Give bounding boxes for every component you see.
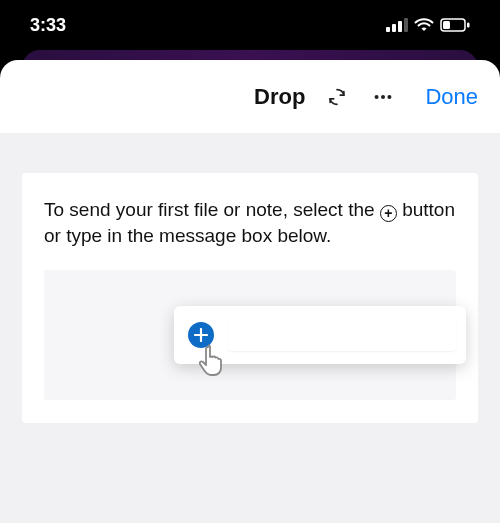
svg-rect-0 — [386, 27, 390, 32]
plus-circle-icon — [380, 205, 397, 222]
plus-icon — [194, 328, 208, 342]
status-icons — [386, 18, 470, 32]
svg-rect-2 — [398, 21, 402, 32]
cellular-icon — [386, 18, 408, 32]
status-bar: 3:33 — [0, 0, 500, 50]
sync-icon — [326, 86, 348, 108]
sync-button[interactable] — [323, 83, 351, 111]
svg-rect-3 — [404, 18, 408, 32]
sheet-header: Drop Done — [0, 60, 500, 133]
battery-icon — [440, 18, 470, 32]
svg-rect-5 — [443, 21, 450, 29]
onboarding-text: To send your first file or note, select … — [44, 197, 456, 248]
ellipsis-icon — [372, 86, 394, 108]
svg-point-7 — [375, 94, 379, 98]
done-button[interactable]: Done — [425, 84, 478, 110]
onboarding-card: To send your first file or note, select … — [22, 173, 478, 423]
svg-point-9 — [388, 94, 392, 98]
content-area: To send your first file or note, select … — [0, 133, 500, 523]
wifi-icon — [414, 18, 434, 32]
message-input[interactable] — [228, 319, 456, 351]
svg-rect-6 — [467, 23, 470, 28]
pointer-hand-icon — [196, 342, 232, 386]
onboarding-illustration — [44, 270, 456, 400]
status-time: 3:33 — [30, 15, 66, 36]
page-title: Drop — [254, 84, 305, 110]
svg-rect-1 — [392, 24, 396, 32]
svg-point-8 — [381, 94, 385, 98]
more-button[interactable] — [369, 83, 397, 111]
onboarding-text-part1: To send your first file or note, select … — [44, 199, 375, 220]
